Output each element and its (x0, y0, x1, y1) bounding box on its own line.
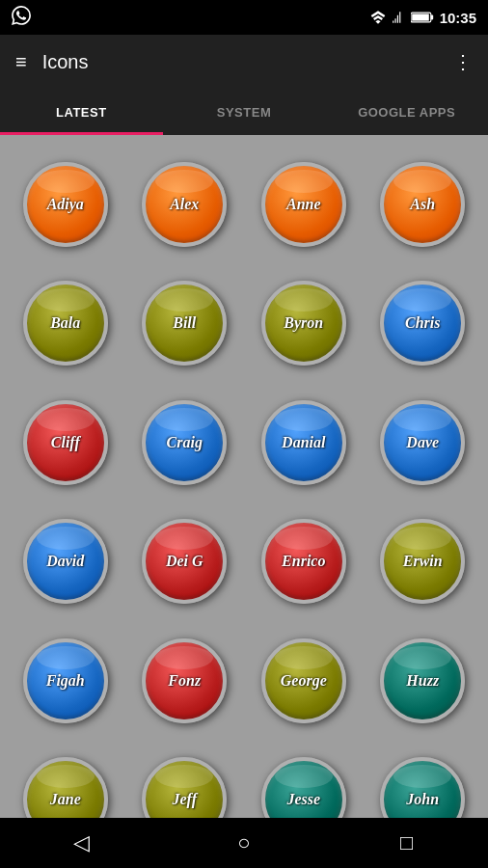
icon-label: Dave (406, 434, 439, 451)
icon-label: Ash (410, 196, 435, 213)
icon-label: Craig (167, 434, 203, 451)
icon-btn[interactable]: Fonz (127, 623, 243, 739)
back-button[interactable]: ◁ (57, 819, 105, 867)
icon-btn[interactable]: Jeff (127, 743, 243, 819)
icon-label: Enrico (282, 553, 325, 570)
icon-label: Anne (286, 196, 321, 213)
icon-label: Jesse (286, 791, 320, 808)
icon-label: Jane (50, 791, 81, 808)
icon-btn[interactable]: Jane (8, 743, 123, 819)
icon-btn[interactable]: Cliff (8, 385, 123, 501)
icon-label: David (46, 553, 84, 570)
icon-label: John (406, 791, 439, 808)
icon-btn[interactable]: George (246, 623, 362, 739)
hamburger-icon[interactable]: ≡ (15, 51, 27, 73)
icon-btn[interactable]: Craig (127, 385, 243, 501)
recent-button[interactable]: □ (383, 819, 431, 867)
tab-latest[interactable]: LATEST (0, 89, 163, 135)
icon-label: Danial (282, 434, 325, 451)
icon-btn[interactable]: Bill (127, 266, 243, 382)
icon-label: Chris (405, 314, 440, 332)
icon-label: Fonz (168, 672, 201, 690)
status-bar: 10:35 (0, 0, 488, 35)
icon-label: Dei G (166, 553, 203, 570)
icons-area: AdiyaAlexAnneAshBalaBillByronChrisCliffC… (0, 135, 488, 818)
icon-btn[interactable]: Dave (366, 385, 481, 501)
time-display: 10:35 (440, 10, 476, 26)
icon-btn[interactable]: Bala (8, 266, 123, 382)
icon-btn[interactable]: Figah (8, 623, 123, 739)
icon-btn[interactable]: Huzz (366, 623, 481, 739)
icon-btn[interactable]: Anne (246, 147, 362, 262)
icon-btn[interactable]: Alex (127, 147, 243, 262)
icon-btn[interactable]: Byron (246, 266, 362, 382)
icon-btn[interactable]: Jesse (246, 743, 362, 819)
icon-label: Huzz (406, 672, 439, 690)
icon-label: Alex (170, 196, 199, 213)
page-title: Icons (42, 51, 438, 73)
icon-label: Bala (50, 314, 80, 332)
tab-bar: LATEST SYSTEM GOOGLE APPS (0, 89, 488, 135)
more-icon[interactable]: ⋮ (453, 50, 473, 73)
icon-label: Adiya (47, 196, 84, 213)
icon-btn[interactable]: Ash (366, 147, 481, 262)
bottom-nav: ◁ ○ □ (0, 818, 488, 868)
icon-btn[interactable]: David (8, 504, 123, 620)
icon-btn[interactable]: Erwin (366, 504, 481, 620)
home-button[interactable]: ○ (220, 819, 268, 867)
status-icons: 10:35 (370, 10, 476, 26)
icon-label: Jeff (173, 791, 197, 808)
top-bar: ≡ Icons ⋮ (0, 35, 488, 89)
icon-label: Byron (284, 314, 323, 332)
icon-btn[interactable]: Enrico (246, 504, 362, 620)
whatsapp-icon (12, 6, 31, 30)
icon-btn[interactable]: Danial (246, 385, 362, 501)
battery-icon (411, 11, 434, 24)
icon-btn[interactable]: Dei G (127, 504, 243, 620)
icon-btn[interactable]: Adiya (8, 147, 123, 262)
icon-label: Bill (173, 314, 196, 332)
icon-label: Cliff (51, 434, 80, 451)
icon-label: George (281, 672, 327, 690)
svg-rect-1 (430, 15, 432, 20)
tab-google-apps[interactable]: GOOGLE APPS (325, 89, 488, 135)
signal-icon (392, 11, 405, 24)
icon-btn[interactable]: John (366, 743, 481, 819)
icon-label: Erwin (403, 553, 443, 570)
icon-label: Figah (46, 672, 85, 690)
tab-system[interactable]: SYSTEM (163, 89, 326, 135)
svg-rect-2 (412, 14, 429, 20)
icon-btn[interactable]: Chris (366, 266, 481, 382)
icons-grid: AdiyaAlexAnneAshBalaBillByronChrisCliffC… (4, 143, 484, 818)
wifi-icon (370, 11, 386, 24)
